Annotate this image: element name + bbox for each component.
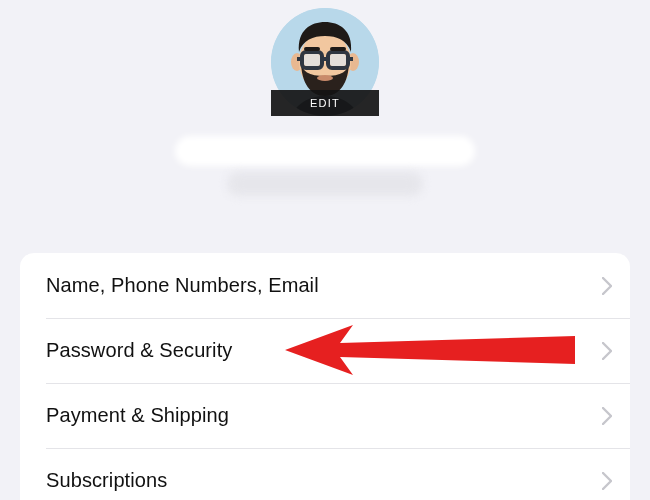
- row-label: Payment & Shipping: [46, 404, 602, 427]
- row-label: Name, Phone Numbers, Email: [46, 274, 602, 297]
- profile-avatar[interactable]: EDIT: [271, 8, 379, 116]
- svg-rect-7: [322, 57, 328, 61]
- row-name-phone-email[interactable]: Name, Phone Numbers, Email: [20, 253, 630, 318]
- svg-rect-12: [304, 47, 320, 51]
- row-label: Password & Security: [46, 339, 602, 362]
- svg-point-4: [317, 75, 333, 81]
- svg-rect-9: [347, 57, 353, 61]
- settings-account-page: EDIT Name, Phone Numbers, Email Password…: [0, 8, 650, 500]
- chevron-right-icon: [602, 407, 612, 425]
- redacted-name: [175, 136, 475, 166]
- chevron-right-icon: [602, 342, 612, 360]
- redacted-email: [227, 172, 423, 196]
- row-subscriptions[interactable]: Subscriptions: [20, 448, 630, 500]
- chevron-right-icon: [602, 472, 612, 490]
- svg-rect-8: [297, 57, 303, 61]
- avatar-edit-label[interactable]: EDIT: [271, 90, 379, 116]
- row-payment-shipping[interactable]: Payment & Shipping: [20, 383, 630, 448]
- svg-rect-11: [330, 54, 346, 66]
- account-settings-list: Name, Phone Numbers, Email Password & Se…: [20, 253, 630, 500]
- row-password-security[interactable]: Password & Security: [20, 318, 630, 383]
- svg-rect-13: [330, 47, 346, 51]
- svg-rect-10: [304, 54, 320, 66]
- row-label: Subscriptions: [46, 469, 602, 492]
- chevron-right-icon: [602, 277, 612, 295]
